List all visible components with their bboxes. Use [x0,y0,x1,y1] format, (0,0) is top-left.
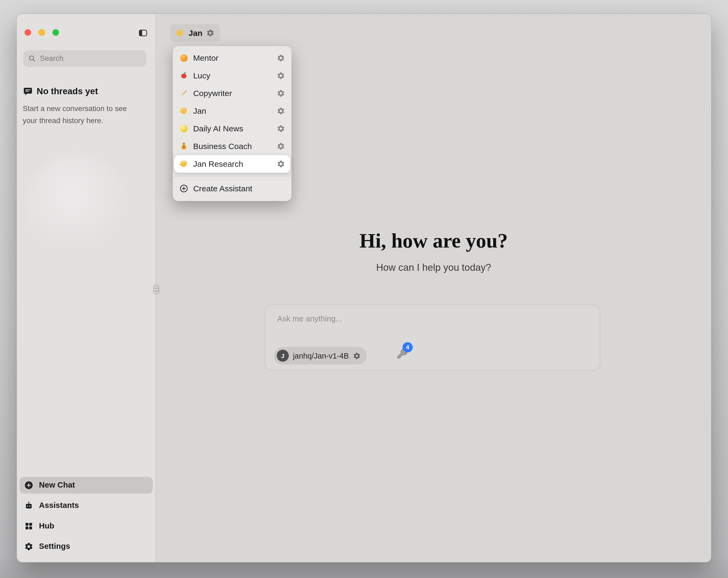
model-badge: J [277,350,289,362]
decorative-blur [26,153,128,255]
window-controls [25,29,59,35]
hero: Hi, how are you? How can I help you toda… [156,229,711,273]
menu-item-label: Lucy [193,71,272,80]
menu-divider [173,176,292,177]
sidebar-item-new-chat[interactable]: New Chat [20,477,153,494]
app-window: No threads yet Start a new conversation … [17,14,711,562]
menu-item-label: Jan [193,106,272,116]
gear-icon[interactable] [277,142,285,150]
menu-item-business-coach[interactable]: Business Coach [173,137,292,155]
wave-emoji-icon [176,28,185,38]
assistant-name: Jan [189,28,203,38]
assistant-selector[interactable]: Jan [170,24,220,42]
greeting-subtitle: How can I help you today? [156,262,711,273]
minimize-window-button[interactable] [38,29,45,35]
empty-state-subtitle: Start a new conversation to see your thr… [23,103,141,127]
assistant-dropdown-menu: Mentor Lucy Copywriter Jan [173,46,292,201]
gear-icon[interactable] [277,124,285,133]
chat-input[interactable] [277,315,588,324]
panel-toggle-icon [138,28,148,38]
menu-item-label: Jan Research [193,159,272,169]
moneybag-emoji-icon [179,142,189,151]
plus-circle-icon [24,481,33,490]
wave-emoji-icon [179,159,189,169]
close-window-button[interactable] [25,29,31,35]
tools-button[interactable]: 4 [396,348,410,362]
magnifier-icon [28,54,36,62]
chat-composer[interactable]: J janhq/Jan-v1-4B 4 [265,304,600,370]
model-selector[interactable]: J janhq/Jan-v1-4B [274,347,367,365]
sidebar-item-settings[interactable]: Settings [20,538,153,555]
search-input[interactable] [40,54,141,62]
chat-bubble-icon [23,87,33,96]
menu-item-copywriter[interactable]: Copywriter [173,84,292,102]
yellow-circle-emoji-icon [179,124,189,133]
nav-label: Assistants [39,501,79,510]
menu-item-jan-research[interactable]: Jan Research [174,155,290,173]
menu-item-lucy[interactable]: Lucy [173,67,292,84]
settings-gear-icon [24,542,33,551]
main-area: Jan Mentor Lucy Copywriter [156,14,711,562]
menu-item-label: Copywriter [193,89,272,98]
desktop: No threads yet Start a new conversation … [0,0,728,578]
model-name: janhq/Jan-v1-4B [293,351,349,360]
tools-count-badge: 4 [402,342,413,352]
search-box[interactable] [23,50,146,67]
sidebar: No threads yet Start a new conversation … [17,14,156,562]
pencil-emoji-icon [179,89,189,98]
wave-emoji-icon [179,106,189,116]
greeting-title: Hi, how are you? [156,229,711,253]
nav-label: Hub [39,522,54,531]
sidebar-nav: New Chat Assistants Hub Settings [20,477,153,555]
assistant-settings-gear-icon[interactable] [206,29,214,37]
gear-icon[interactable] [277,160,285,168]
empty-state-title: No threads yet [37,86,98,97]
nav-label: New Chat [39,481,75,490]
menu-item-label: Mentor [193,53,272,63]
menu-item-create-assistant[interactable]: Create Assistant [173,180,292,198]
menu-item-label: Business Coach [193,141,272,151]
empty-state-header: No threads yet [23,86,98,97]
hub-icon [24,522,33,531]
gear-icon[interactable] [277,107,285,115]
orange-circle-emoji-icon [179,53,189,63]
sidebar-item-assistants[interactable]: Assistants [20,498,153,514]
assistants-icon [24,501,33,510]
zoom-window-button[interactable] [52,29,59,35]
menu-item-jan[interactable]: Jan [173,102,292,120]
apple-emoji-icon [179,71,189,80]
menu-item-label: Create Assistant [193,183,285,193]
gear-icon[interactable] [277,71,285,80]
sidebar-resize-handle[interactable] [153,285,159,294]
gear-icon[interactable] [277,54,285,62]
menu-item-daily-ai-news[interactable]: Daily AI News [173,120,292,137]
gear-icon[interactable] [277,89,285,97]
menu-item-mentor[interactable]: Mentor [173,49,292,67]
model-settings-gear-icon[interactable] [353,352,361,360]
sidebar-item-hub[interactable]: Hub [20,518,153,534]
plus-circle-outline-icon [179,184,189,193]
nav-label: Settings [39,542,70,551]
sidebar-toggle-button[interactable] [137,27,149,39]
menu-item-label: Daily AI News [193,124,272,133]
